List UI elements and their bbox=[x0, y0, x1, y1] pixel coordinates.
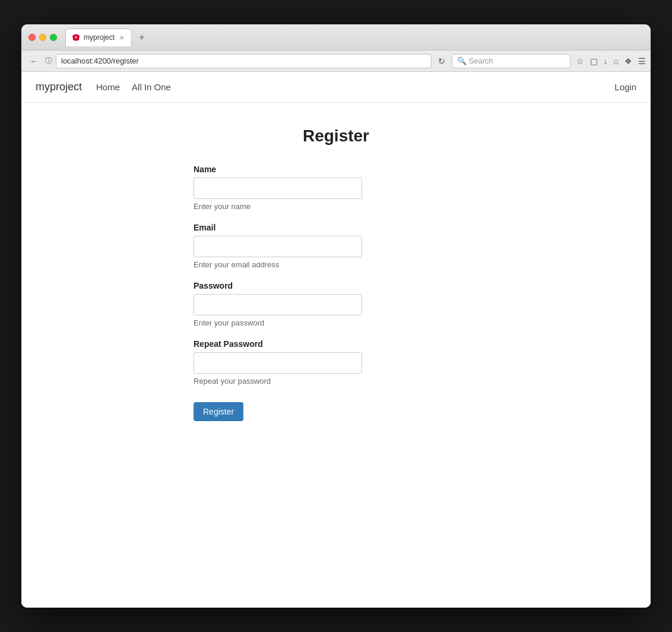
register-form: Name Enter your name Email Enter your em… bbox=[194, 165, 478, 421]
name-label: Name bbox=[194, 165, 478, 174]
new-tab-button[interactable]: + bbox=[134, 30, 150, 45]
nav-login[interactable]: Login bbox=[614, 82, 636, 92]
menu-icon[interactable]: ☰ bbox=[638, 56, 646, 66]
repeat-password-hint: Repeat your password bbox=[194, 377, 478, 385]
reload-button[interactable]: ↻ bbox=[435, 56, 448, 66]
url-text: localhost:4200/register bbox=[61, 56, 139, 65]
password-hint: Enter your password bbox=[194, 318, 478, 327]
info-icon[interactable]: ⓘ bbox=[45, 56, 52, 66]
shield-icon[interactable]: ❖ bbox=[625, 56, 632, 66]
register-button[interactable]: Register bbox=[194, 402, 243, 421]
title-bar: myproject ✕ + bbox=[21, 24, 651, 50]
app-nav: myproject Home All In One Login bbox=[21, 72, 651, 103]
email-label: Email bbox=[194, 223, 478, 232]
active-tab[interactable]: myproject ✕ bbox=[65, 29, 132, 46]
toolbar-icons: ☆ ▢ ↓ ⌂ ❖ ☰ bbox=[576, 56, 646, 66]
browser-window: myproject ✕ + ← ⓘ localhost:4200/registe… bbox=[21, 24, 651, 608]
traffic-lights bbox=[28, 34, 57, 41]
email-input[interactable] bbox=[194, 236, 362, 257]
password-input[interactable] bbox=[194, 294, 362, 315]
angular-icon bbox=[72, 33, 80, 42]
address-bar: ← ⓘ localhost:4200/register ↻ 🔍 Search ☆… bbox=[21, 50, 651, 72]
nav-brand[interactable]: myproject bbox=[36, 81, 82, 93]
nav-home[interactable]: Home bbox=[96, 82, 120, 92]
search-icon: 🔍 bbox=[457, 56, 467, 65]
page-title: Register bbox=[194, 127, 478, 146]
email-hint: Enter your email address bbox=[194, 260, 478, 269]
maximize-button[interactable] bbox=[50, 34, 57, 41]
bookmark-icon[interactable]: ☆ bbox=[576, 56, 584, 66]
tab-bar: myproject ✕ + bbox=[65, 29, 644, 46]
tab-title: myproject bbox=[84, 33, 115, 42]
repeat-password-label: Repeat Password bbox=[194, 339, 478, 349]
back-button[interactable]: ← bbox=[26, 53, 42, 69]
register-container: Register Name Enter your name Email Ente… bbox=[194, 127, 478, 421]
minimize-button[interactable] bbox=[39, 34, 46, 41]
nav-all-in-one[interactable]: All In One bbox=[132, 82, 171, 92]
password-label: Password bbox=[194, 281, 478, 290]
repeat-password-form-group: Repeat Password Repeat your password bbox=[194, 339, 478, 385]
close-button[interactable] bbox=[28, 34, 36, 41]
repeat-password-input[interactable] bbox=[194, 352, 362, 374]
nav-links: Home All In One bbox=[96, 82, 614, 92]
page-content: Register Name Enter your name Email Ente… bbox=[21, 103, 651, 608]
email-form-group: Email Enter your email address bbox=[194, 223, 478, 269]
url-bar: localhost:4200/register bbox=[56, 54, 432, 68]
name-hint: Enter your name bbox=[194, 202, 478, 211]
name-input[interactable] bbox=[194, 178, 362, 199]
home-icon[interactable]: ⌂ bbox=[614, 56, 619, 66]
name-form-group: Name Enter your name bbox=[194, 165, 478, 211]
password-form-group: Password Enter your password bbox=[194, 281, 478, 327]
tab-close-icon[interactable]: ✕ bbox=[118, 33, 125, 42]
app-content: myproject Home All In One Login Register… bbox=[21, 72, 651, 608]
download-icon[interactable]: ↓ bbox=[604, 56, 608, 66]
search-bar[interactable]: 🔍 Search bbox=[452, 54, 570, 68]
search-placeholder: Search bbox=[469, 56, 493, 65]
reading-mode-icon[interactable]: ▢ bbox=[590, 56, 598, 66]
